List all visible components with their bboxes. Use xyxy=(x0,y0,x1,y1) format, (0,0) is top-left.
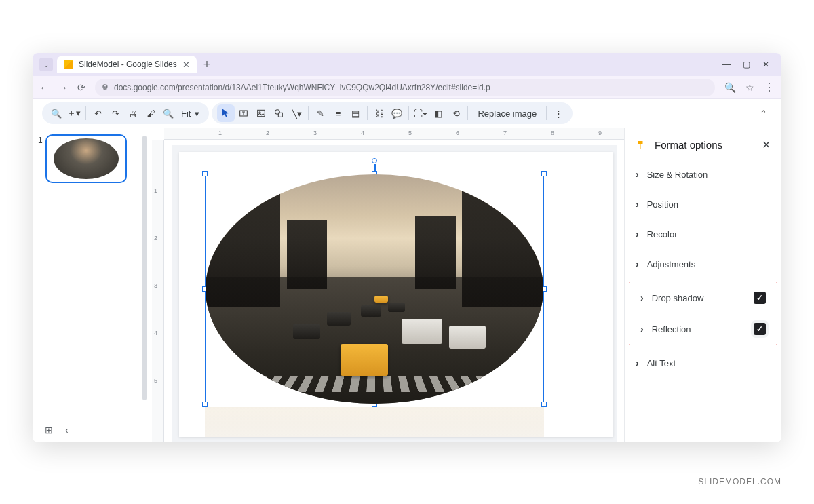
toolbar-pill-mid: ╲▾ ✎ ≡ ▤ ⛓ 💬 ⛶▾ ◧ ⟲ Replace image ⋮ xyxy=(212,102,573,124)
border-color-icon[interactable]: ✎ xyxy=(311,104,329,122)
comment-icon[interactable]: 💬 xyxy=(388,104,406,122)
collapse-toolbar-icon[interactable]: ⌃ xyxy=(754,104,772,122)
filmstrip-scrollbar[interactable] xyxy=(142,136,147,400)
forward-button[interactable]: → xyxy=(58,82,68,93)
row-reflection[interactable]: › Reflection ✓ xyxy=(629,313,777,345)
image-reflection xyxy=(205,407,544,437)
row-adjustments[interactable]: › Adjustments xyxy=(625,249,781,279)
panel-close-icon[interactable]: ✕ xyxy=(762,138,771,151)
new-tab-button[interactable]: + xyxy=(197,58,218,72)
undo-icon[interactable]: ↶ xyxy=(89,104,106,122)
close-window-button[interactable]: ✕ xyxy=(762,60,769,69)
maximize-button[interactable]: ▢ xyxy=(743,60,750,69)
link-icon[interactable]: ⛓ xyxy=(370,104,388,122)
mask-icon[interactable]: ◧ xyxy=(429,104,447,122)
line-icon[interactable]: ╲▾ xyxy=(288,104,305,122)
minimize-button[interactable]: ― xyxy=(722,60,731,69)
chevron-right-icon: › xyxy=(636,199,639,210)
horizontal-ruler: 1 2 3 4 5 6 7 8 9 xyxy=(164,128,624,140)
search-menus-icon[interactable]: 🔍 xyxy=(47,104,65,122)
row-label: Size & Rotation xyxy=(647,170,708,180)
new-slide-icon[interactable]: ＋▾ xyxy=(65,104,83,122)
slide-thumbnail[interactable] xyxy=(45,134,127,183)
format-options-panel: Format options ✕ › Size & Rotation › Pos… xyxy=(624,128,781,442)
grid-view-icon[interactable]: ⊞ xyxy=(45,425,53,435)
window-controls: ― ▢ ✕ xyxy=(722,60,777,69)
chevron-right-icon: › xyxy=(636,169,639,180)
panel-header: Format options ✕ xyxy=(625,136,781,159)
row-label: Adjustments xyxy=(647,259,696,269)
resize-handle-tr[interactable] xyxy=(541,171,547,176)
separator xyxy=(308,106,309,120)
slide-number: 1 xyxy=(38,134,43,435)
slides-toolbar: 🔍 ＋▾ ↶ ↷ 🖨 🖌 🔍 Fit▾ ╲▾ ✎ ≡ ▤ ⛓ 💬 ⛶▾ ◧ xyxy=(33,99,781,128)
reset-image-icon[interactable]: ⟲ xyxy=(447,104,465,122)
site-info-icon[interactable]: ⚙ xyxy=(102,83,109,92)
row-label: Recolor xyxy=(647,229,678,239)
border-dash-icon[interactable]: ▤ xyxy=(347,104,364,122)
reload-button[interactable]: ⟳ xyxy=(77,82,85,93)
zoom-fit-dropdown[interactable]: Fit▾ xyxy=(177,109,204,119)
bottom-left-controls: ⊞ ‹ xyxy=(45,425,69,435)
more-toolbar-icon[interactable]: ⋮ xyxy=(549,104,567,122)
annotation-highlight: › Drop shadow ✓ › Reflection ✓ xyxy=(629,282,777,345)
resize-handle-bl[interactable] xyxy=(202,402,208,407)
tab-search-dropdown[interactable]: ⌄ xyxy=(39,58,53,71)
zoom-icon[interactable]: 🔍 xyxy=(724,82,736,93)
print-icon[interactable]: 🖨 xyxy=(124,104,142,122)
svg-rect-6 xyxy=(640,144,641,149)
masked-image[interactable] xyxy=(206,174,543,404)
image-selection[interactable] xyxy=(205,174,544,404)
filmstrip: 1 xyxy=(33,128,152,442)
back-button[interactable]: ← xyxy=(39,82,49,93)
row-size-rotation[interactable]: › Size & Rotation xyxy=(625,159,781,189)
tab-close-icon[interactable]: ✕ xyxy=(182,60,190,70)
row-drop-shadow[interactable]: › Drop shadow ✓ xyxy=(629,282,777,313)
separator xyxy=(467,106,468,120)
shape-icon[interactable] xyxy=(270,104,288,122)
resize-handle-tl[interactable] xyxy=(202,171,208,176)
chevron-right-icon: › xyxy=(636,357,639,368)
row-label: Alt Text xyxy=(647,358,676,368)
zoom-tool-icon[interactable]: 🔍 xyxy=(159,104,177,122)
slides-favicon xyxy=(64,60,73,69)
svg-rect-1 xyxy=(258,110,265,116)
row-recolor[interactable]: › Recolor xyxy=(625,219,781,249)
chevron-right-icon: › xyxy=(636,229,639,239)
row-alt-text[interactable]: › Alt Text xyxy=(625,348,781,378)
reflection-checkbox[interactable]: ✓ xyxy=(754,323,766,335)
slide xyxy=(179,152,613,437)
row-position[interactable]: › Position xyxy=(625,189,781,219)
tab-title: SlideModel - Google Slides xyxy=(79,60,177,69)
insert-image-icon[interactable] xyxy=(252,104,270,122)
workspace: 1 1 2 3 4 5 6 7 8 9 1 2 3 4 xyxy=(33,128,781,442)
bookmark-star-icon[interactable]: ☆ xyxy=(745,82,754,93)
panel-title: Format options xyxy=(655,139,755,151)
drop-shadow-checkbox[interactable]: ✓ xyxy=(754,292,766,304)
format-options-icon xyxy=(636,139,648,151)
prev-slide-icon[interactable]: ‹ xyxy=(65,425,69,435)
paint-format-icon[interactable]: 🖌 xyxy=(142,104,159,122)
text-box-icon[interactable] xyxy=(235,104,252,122)
separator xyxy=(408,106,409,120)
url-text: docs.google.com/presentation/d/13AAei1Tt… xyxy=(114,83,490,92)
rotate-handle[interactable] xyxy=(372,158,377,163)
slide-viewport[interactable] xyxy=(172,145,617,442)
toolbar-pill-left: 🔍 ＋▾ ↶ ↷ 🖨 🖌 🔍 Fit▾ xyxy=(42,102,209,124)
crop-icon[interactable]: ⛶▾ xyxy=(412,104,429,122)
toolbar-right: ⌃ xyxy=(754,104,772,122)
browser-menu-icon[interactable]: ⋮ xyxy=(764,81,775,94)
replace-image-dropdown[interactable]: Replace image xyxy=(471,109,543,119)
select-tool-icon[interactable] xyxy=(217,104,235,122)
redo-icon[interactable]: ↷ xyxy=(106,104,124,122)
browser-tab[interactable]: SlideModel - Google Slides ✕ xyxy=(57,56,197,73)
border-weight-icon[interactable]: ≡ xyxy=(329,104,347,122)
svg-rect-5 xyxy=(638,141,643,144)
watermark: SLIDEMODEL.COM xyxy=(698,477,781,486)
separator xyxy=(367,106,368,120)
row-label: Drop shadow xyxy=(652,293,704,303)
separator xyxy=(85,106,86,120)
chevron-right-icon: › xyxy=(640,324,644,334)
address-bar[interactable]: ⚙ docs.google.com/presentation/d/13AAei1… xyxy=(95,79,715,96)
resize-handle-br[interactable] xyxy=(541,402,547,407)
